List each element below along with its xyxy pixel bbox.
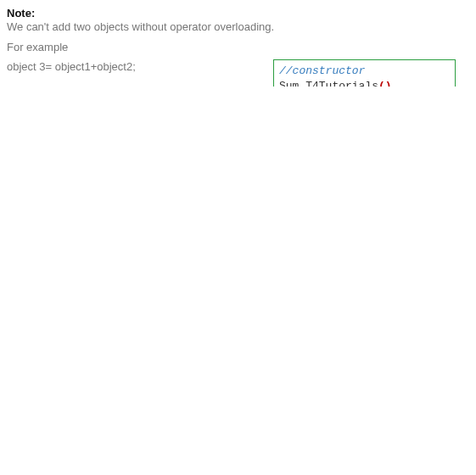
ctor1-name: Sum_T4Tutorials	[279, 80, 378, 87]
note-title: Note:	[7, 7, 469, 20]
note-line2: For example	[7, 40, 469, 55]
ctor1-comment: //constructor	[279, 64, 450, 79]
ctor1-sig: Sum_T4Tutorials()	[279, 79, 450, 87]
note-line1: We can't add two objects without operato…	[7, 20, 469, 35]
ctor-default-box: //constructor Sum_T4Tutorials() { number…	[273, 59, 456, 87]
